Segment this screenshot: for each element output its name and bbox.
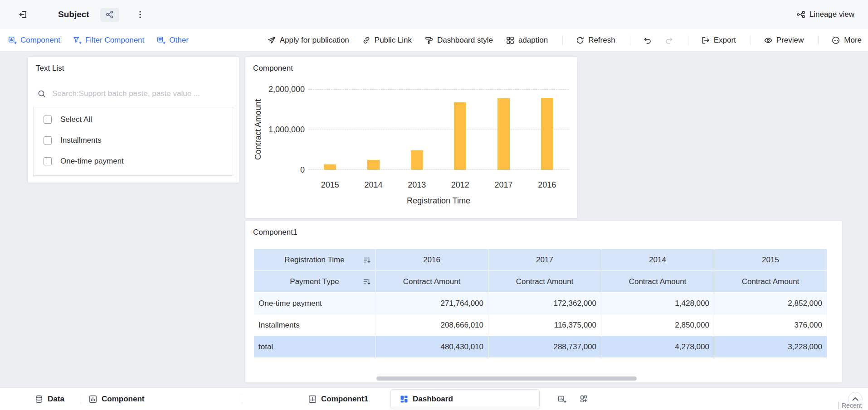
bar-chart-icon	[308, 395, 317, 404]
more-label: More	[844, 36, 862, 45]
text-list-filter-card[interactable]: Text List Select All Installments	[28, 57, 239, 183]
table-subheader-row: Payment Type Contract Amount Contract Am…	[254, 271, 827, 293]
toolbar-separator	[562, 36, 563, 45]
filter-icon	[73, 36, 82, 45]
cell-value: 2,852,000	[714, 293, 827, 314]
header-cell-year: 2014	[601, 249, 714, 271]
apply-publication-label: Apply for publication	[280, 36, 349, 45]
header-cell-measure: Contract Amount	[714, 271, 827, 293]
bar-2017[interactable]	[497, 98, 510, 170]
other-icon	[156, 36, 166, 45]
undo-button[interactable]	[643, 36, 652, 45]
share-nodes-icon	[105, 10, 114, 19]
export-icon	[701, 36, 710, 45]
toolbar-separator	[630, 36, 630, 45]
tab-component[interactable]: Component	[88, 388, 144, 410]
x-tick-2014: 2014	[352, 180, 395, 190]
preview-button[interactable]: Preview	[764, 36, 804, 45]
cell-value: 1,428,000	[601, 293, 714, 314]
tab-separator	[81, 395, 81, 404]
export-button[interactable]: Export	[701, 36, 736, 45]
header-cell-measure: Contract Amount	[601, 271, 714, 293]
horizontal-scrollbar-thumb[interactable]	[376, 376, 637, 381]
more-button[interactable]: More	[831, 36, 862, 45]
add-component-button[interactable]: Component	[8, 36, 60, 45]
exit-icon	[18, 10, 28, 19]
cell-value: 288,737,000	[488, 336, 601, 358]
public-link-label: Public Link	[375, 36, 412, 45]
tab-data[interactable]: Data	[34, 388, 64, 410]
add-dashboard-tab-button[interactable]	[580, 395, 589, 404]
refresh-button[interactable]: Refresh	[575, 36, 615, 45]
redo-button[interactable]	[664, 36, 673, 45]
sort-icon[interactable]	[363, 278, 371, 286]
search-input[interactable]	[52, 89, 230, 98]
x-tick-2012: 2012	[439, 180, 482, 190]
bar-slot	[525, 89, 569, 170]
checkbox-icon[interactable]	[44, 136, 52, 145]
refresh-label: Refresh	[588, 36, 615, 45]
exit-button[interactable]	[18, 10, 28, 19]
lineage-view-label: Lineage view	[809, 10, 854, 19]
filter-option-one-time-payment[interactable]: One-time payment	[34, 151, 233, 172]
bar-slot	[395, 89, 439, 170]
bar-2013[interactable]	[411, 150, 423, 170]
filter-option-select-all[interactable]: Select All	[34, 109, 233, 130]
public-link-button[interactable]: Public Link	[362, 36, 412, 45]
bar-chart-card[interactable]: Component Contract Amount 2,000,000 1,00…	[245, 57, 577, 218]
header-cell-year: 2017	[488, 249, 601, 271]
lineage-view-button[interactable]: Lineage view	[796, 10, 854, 19]
y-tick-label: 2,000,000	[245, 85, 305, 93]
toolbar-separator	[751, 36, 751, 45]
tab-component-label: Component	[102, 395, 144, 404]
adaption-button[interactable]: adaption	[506, 36, 548, 45]
undo-icon	[643, 36, 652, 45]
x-tick-2015: 2015	[308, 180, 352, 190]
filter-option-list: Select All Installments One-time payment	[33, 107, 233, 176]
bar-2012[interactable]	[454, 102, 466, 170]
table-row: One-time payment 271,764,000 172,362,000…	[254, 293, 827, 314]
kebab-icon	[136, 10, 145, 19]
send-icon	[267, 36, 276, 45]
header-label: Registration Time	[284, 256, 344, 265]
pivot-table-card[interactable]: Component1 Registration Time 2016 2017 2…	[245, 221, 842, 382]
row-label: total	[254, 336, 375, 358]
bar-chart-icon	[88, 395, 98, 404]
bar-slot	[352, 89, 395, 170]
header-label: Payment Type	[290, 277, 339, 286]
dashboard-style-button[interactable]: Dashboard style	[424, 36, 493, 45]
x-tick-row: 201520142013201220172016	[308, 180, 569, 190]
cell-value: 116,375,000	[488, 314, 601, 336]
filter-option-installments[interactable]: Installments	[34, 130, 233, 151]
bar-2014[interactable]	[367, 160, 380, 170]
add-component-tab-button[interactable]	[557, 395, 566, 404]
apply-publication-button[interactable]: Apply for publication	[267, 36, 349, 45]
topbar: Subject Lineage view	[0, 0, 868, 29]
add-filter-component-button[interactable]: Filter Component	[73, 36, 144, 45]
bar-2016[interactable]	[541, 98, 553, 170]
toolbar: Component Filter Component Other App	[0, 29, 868, 52]
sort-icon[interactable]	[363, 256, 371, 264]
y-tick-label: 0	[245, 166, 305, 174]
table-header-row: Registration Time 2016 2017 2014 2015	[254, 249, 827, 271]
tab-component1[interactable]: Component1	[308, 388, 368, 410]
tab-dashboard-active[interactable]: Dashboard	[390, 389, 540, 409]
cell-value: 4,278,000	[601, 336, 714, 358]
search-icon	[37, 89, 46, 98]
dashboard-style-label: Dashboard style	[437, 36, 493, 45]
link-icon	[362, 36, 371, 45]
add-other-button[interactable]: Other	[156, 36, 189, 45]
more-menu-button[interactable]	[136, 10, 145, 19]
bar-slot	[482, 89, 526, 170]
bar-2015[interactable]	[324, 164, 336, 170]
tab-separator	[242, 395, 242, 404]
relation-view-button[interactable]	[100, 8, 119, 22]
redo-icon	[664, 36, 673, 45]
table-row: Installments 208,666,010 116,375,000 2,8…	[254, 314, 827, 336]
table-total-row: total 480,430,010 288,737,000 4,278,000 …	[254, 336, 827, 358]
checkbox-icon[interactable]	[44, 116, 52, 124]
add-chart-icon	[557, 395, 566, 404]
toolbar-separator	[688, 36, 688, 45]
recent-label[interactable]: Recent	[838, 402, 862, 409]
checkbox-icon[interactable]	[44, 157, 52, 165]
